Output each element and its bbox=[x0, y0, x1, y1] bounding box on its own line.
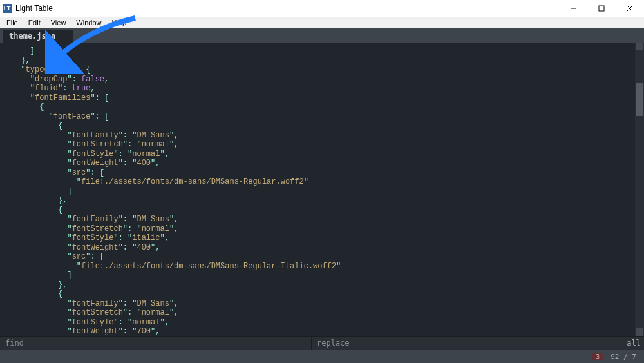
find-input[interactable]: find bbox=[0, 337, 312, 350]
os-title-bar: LT Light Table bbox=[0, 0, 644, 17]
cursor-position: 92 / 7 bbox=[611, 353, 636, 361]
menu-window[interactable]: Window bbox=[73, 18, 104, 27]
svg-rect-1 bbox=[599, 6, 604, 11]
tab-theme-json[interactable]: theme.json bbox=[3, 30, 73, 43]
scroll-thumb[interactable] bbox=[636, 83, 643, 116]
menu-view[interactable]: View bbox=[48, 18, 69, 27]
tab-strip: theme.json bbox=[0, 28, 644, 43]
status-bar: 3 92 / 7 bbox=[0, 350, 644, 363]
window-title: Light Table bbox=[15, 4, 53, 13]
scroll-down-arrow[interactable] bbox=[636, 328, 643, 336]
scroll-up-arrow[interactable] bbox=[636, 43, 643, 50]
menu-bar: File Edit View Window Help bbox=[0, 17, 644, 28]
error-count-badge[interactable]: 3 bbox=[592, 353, 603, 360]
editor-area: ] }, "typography": { "dropCap": false, "… bbox=[0, 43, 644, 336]
menu-edit[interactable]: Edit bbox=[26, 18, 43, 27]
menu-file[interactable]: File bbox=[4, 18, 21, 27]
minimize-button[interactable] bbox=[559, 0, 587, 17]
app-icon: LT bbox=[3, 4, 12, 13]
close-button[interactable] bbox=[616, 0, 644, 17]
code-editor[interactable]: ] }, "typography": { "dropCap": false, "… bbox=[0, 43, 635, 336]
tab-label: theme.json bbox=[9, 32, 55, 41]
find-replace-bar: find replace all bbox=[0, 336, 644, 350]
maximize-button[interactable] bbox=[587, 0, 616, 17]
replace-all-button[interactable]: all bbox=[623, 337, 644, 350]
replace-input[interactable]: replace bbox=[312, 337, 623, 350]
vertical-scrollbar[interactable] bbox=[635, 43, 644, 336]
menu-help[interactable]: Help bbox=[109, 18, 129, 27]
